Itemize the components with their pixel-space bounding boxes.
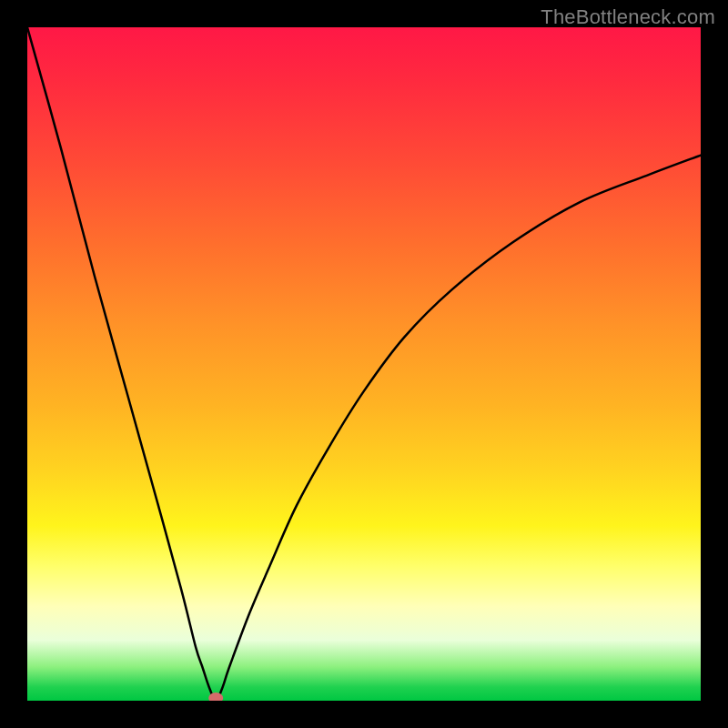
watermark-text: TheBottleneck.com	[541, 5, 715, 29]
curve-svg	[27, 27, 701, 701]
bottleneck-curve	[27, 27, 701, 701]
plot-area	[27, 27, 701, 701]
chart-frame: TheBottleneck.com	[0, 0, 728, 728]
